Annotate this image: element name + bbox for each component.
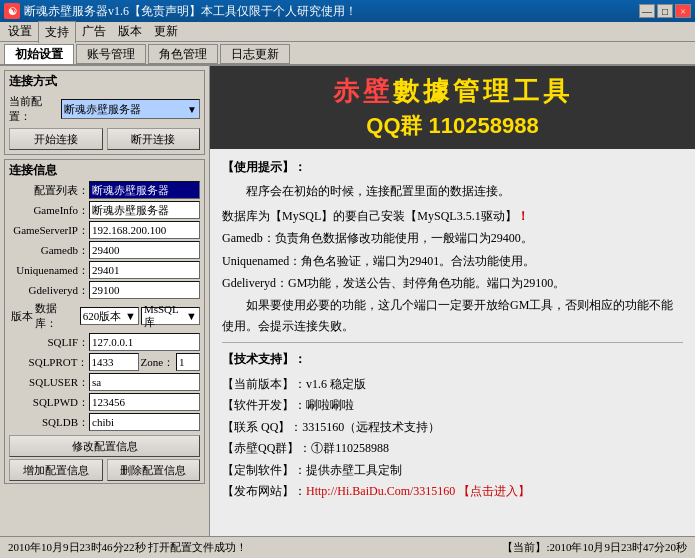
sqlprot-label: SQLPROT： (9, 355, 89, 370)
gameserverip-row: GameServerIP： 192.168.200.100 (9, 221, 200, 239)
status-bar: 2010年10月9日23时46分22秒 打开配置文件成功！ 【当前】:2010年… (0, 536, 695, 558)
dropdown-arrow-icon: ▼ (187, 104, 197, 115)
connection-buttons: 开始连接 断开连接 (9, 128, 200, 150)
app-icon: ☯ (4, 3, 20, 19)
tech-support-title: 【技术支持】： (222, 349, 683, 369)
status-right: 【当前】:2010年10月9日23时47分20秒 (502, 540, 687, 555)
delete-config-button[interactable]: 删除配置信息 (107, 459, 201, 481)
title-controls: — □ × (639, 4, 691, 18)
sqluser-value[interactable]: sa (89, 373, 200, 391)
version-row: 版本 数据库： 620版本 ▼ MsSQL库 ▼ (9, 301, 200, 331)
gdeliveryd-row: Gdeliveryd： 29100 (9, 281, 200, 299)
uniquenamed-row: Uniquenamed： 29401 (9, 261, 200, 279)
db-label: 数据库： (35, 301, 78, 331)
version-dropdown-arrow-icon: ▼ (125, 310, 136, 322)
gameinfo-label: GameInfo： (9, 203, 89, 218)
info-content: 【使用提示】： 程序会在初始的时候，连接配置里面的数据连接。 数据库为【MySQ… (210, 149, 695, 536)
gamedb-row: Gamedb： 29400 (9, 241, 200, 259)
usage-para-5: 如果要使用必要的功能，这几个端口一定要开放给GM工具，否则相应的功能不能使用。会… (222, 295, 683, 336)
sqlprot-row: SQLPROT： 1433 Zone： 1 (9, 353, 200, 371)
brand-subtitle: QQ群 110258988 (226, 111, 679, 141)
sqldb-label: SQLDB： (9, 415, 89, 430)
version-select[interactable]: 620版本 ▼ (80, 307, 139, 325)
connect-button[interactable]: 开始连接 (9, 128, 103, 150)
usage-tips-title: 【使用提示】： (222, 157, 683, 177)
connection-info-title: 连接信息 (9, 162, 200, 179)
usage-para-2: Gamedb：负责角色数据修改功能使用，一般端口为29400。 (222, 228, 683, 248)
gameserverip-value: 192.168.200.100 (89, 221, 200, 239)
gdeliveryd-value: 29100 (89, 281, 200, 299)
tech-support-section: 【技术支持】： 【当前版本】：v1.6 稳定版 【软件开发】：唰啦唰啦 【联系 … (222, 349, 683, 503)
brand-title-part2: 數據管理工具 (393, 76, 573, 106)
gdeliveryd-label: Gdeliveryd： (9, 283, 89, 298)
menu-bar: 设置 支持 广告 版本 更新 (0, 22, 695, 42)
current-config-label: 当前配置： (9, 94, 61, 124)
menu-ad[interactable]: 广告 (76, 21, 112, 42)
minimize-button[interactable]: — (639, 4, 655, 18)
website-link[interactable]: Http://Hi.BaiDu.Com/3315160 【点击进入】 (306, 484, 530, 498)
tech-row-dev: 【软件开发】：唰啦唰啦 (222, 395, 683, 417)
title-text: 断魂赤壁服务器v1.6【免责声明】本工具仅限于个人研究使用！ (24, 3, 357, 20)
menu-support[interactable]: 支持 (38, 21, 76, 43)
left-panel: 连接方式 当前配置： 断魂赤壁服务器 ▼ 开始连接 断开连接 连接信息 配置列表… (0, 66, 210, 536)
gameserverip-label: GameServerIP： (9, 223, 89, 238)
right-panel: 赤壁數據管理工具 QQ群 110258988 【使用提示】： 程序会在初始的时候… (210, 66, 695, 536)
connection-info-group: 连接信息 配置列表： 断魂赤壁服务器 GameInfo： 断魂赤壁服务器 Gam… (4, 159, 205, 484)
sqlif-value[interactable]: 127.0.0.1 (89, 333, 200, 351)
gamedb-value: 29400 (89, 241, 200, 259)
config-list-label: 配置列表： (9, 183, 89, 198)
uniquenamed-label: Uniquenamed： (9, 263, 89, 278)
maximize-button[interactable]: □ (657, 4, 673, 18)
sqlif-label: SQLIF： (9, 335, 89, 350)
add-config-button[interactable]: 增加配置信息 (9, 459, 103, 481)
tab-role-management[interactable]: 角色管理 (148, 44, 218, 64)
usage-para-0: 程序会在初始的时候，连接配置里面的数据连接。 (222, 181, 683, 201)
sqluser-row: SQLUSER： sa (9, 373, 200, 391)
gameinfo-value: 断魂赤壁服务器 (89, 201, 200, 219)
tab-bar: 初始设置 账号管理 角色管理 日志更新 (0, 42, 695, 66)
menu-update[interactable]: 更新 (148, 21, 184, 42)
gamedb-label: Gamedb： (9, 243, 89, 258)
version-label: 版本 (9, 309, 33, 324)
status-left: 2010年10月9日23时46分22秒 打开配置文件成功！ (8, 540, 247, 555)
brand-title: 赤壁數據管理工具 (226, 74, 679, 109)
tech-row-website: 【发布网站】：Http://Hi.BaiDu.Com/3315160 【点击进入… (222, 481, 683, 503)
sqldb-value[interactable]: chibi (89, 413, 200, 431)
tab-account-management[interactable]: 账号管理 (76, 44, 146, 64)
modify-config-button[interactable]: 修改配置信息 (9, 435, 200, 457)
disconnect-button[interactable]: 断开连接 (107, 128, 201, 150)
config-list-value: 断魂赤壁服务器 (89, 181, 200, 199)
sqlif-row: SQLIF： 127.0.0.1 (9, 333, 200, 351)
config-dropdown[interactable]: 断魂赤壁服务器 ▼ (61, 99, 200, 119)
title-bar: ☯ 断魂赤壁服务器v1.6【免责声明】本工具仅限于个人研究使用！ — □ × (0, 0, 695, 22)
db-select[interactable]: MsSQL库 ▼ (141, 307, 200, 325)
uniquenamed-value: 29401 (89, 261, 200, 279)
sqlpwd-row: SQLPWD： 123456 (9, 393, 200, 411)
close-button[interactable]: × (675, 4, 691, 18)
menu-version[interactable]: 版本 (112, 21, 148, 42)
tab-initial-settings[interactable]: 初始设置 (4, 44, 74, 64)
usage-para-4: Gdeliveryd：GM功能，发送公告、封停角色功能。端口为29100。 (222, 273, 683, 293)
tech-row-qq: 【联系 QQ】：3315160（远程技术支持） (222, 417, 683, 439)
connection-type-group: 连接方式 当前配置： 断魂赤壁服务器 ▼ 开始连接 断开连接 (4, 70, 205, 155)
db-dropdown-arrow-icon: ▼ (186, 310, 197, 322)
menu-settings[interactable]: 设置 (2, 21, 38, 42)
tech-row-qqgroup: 【赤壁QQ群】：①群110258988 (222, 438, 683, 460)
sqluser-label: SQLUSER： (9, 375, 89, 390)
sqldb-row: SQLDB： chibi (9, 413, 200, 431)
sqlpwd-label: SQLPWD： (9, 395, 89, 410)
add-delete-buttons: 增加配置信息 删除配置信息 (9, 459, 200, 481)
tab-log-update[interactable]: 日志更新 (220, 44, 290, 64)
brand-title-part1: 赤壁 (333, 76, 393, 106)
usage-para-1: 数据库为【MySQL】的要自己安装【MySQL3.5.1驱动】！ (222, 206, 683, 226)
sqlprot-value[interactable]: 1433 (89, 353, 139, 371)
current-config-row: 当前配置： 断魂赤壁服务器 ▼ (9, 94, 200, 124)
usage-para-3: Uniquenamed：角色名验证，端口为29401。合法功能使用。 (222, 251, 683, 271)
connection-type-title: 连接方式 (9, 73, 200, 90)
main-content: 连接方式 当前配置： 断魂赤壁服务器 ▼ 开始连接 断开连接 连接信息 配置列表… (0, 66, 695, 536)
gameinfo-row: GameInfo： 断魂赤壁服务器 (9, 201, 200, 219)
zone-label: Zone： (141, 355, 175, 370)
zone-input[interactable]: 1 (176, 353, 200, 371)
divider (222, 342, 683, 343)
sqlpwd-value[interactable]: 123456 (89, 393, 200, 411)
